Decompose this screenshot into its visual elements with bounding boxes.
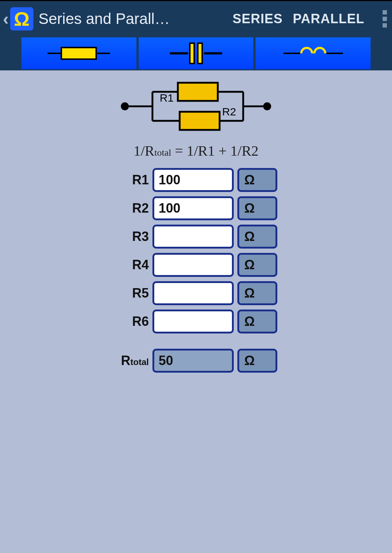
omega-icon: Ω [14,9,29,29]
svg-text:R2: R2 [222,106,236,118]
capacitor-icon [170,42,222,64]
label-rtotal: Rtotal [115,353,149,368]
unit-r5[interactable]: Ω [237,281,277,305]
input-row-r4: R4 Ω [115,253,277,277]
input-r4[interactable] [152,253,234,277]
unit-rtotal[interactable]: Ω [237,349,277,373]
parallel-circuit-diagram: R1 R2 [120,79,272,134]
label-r1: R1 [115,172,149,188]
page-title: Series and Parallel co… [38,10,173,28]
input-row-r3: R3 Ω [115,225,277,249]
result-rtotal: 50 [152,349,234,373]
unit-r1[interactable]: Ω [237,168,277,192]
back-icon[interactable]: ‹ [3,9,10,29]
input-r2[interactable]: 100 [152,196,234,220]
label-r3: R3 [115,229,149,244]
input-r5[interactable] [152,281,234,305]
inductor-tab[interactable] [256,37,371,69]
component-type-selector [0,36,392,70]
input-row-r1: R1 100 Ω [115,168,277,192]
unit-r3[interactable]: Ω [237,225,277,249]
unit-r6[interactable]: Ω [237,310,277,333]
tab-series[interactable]: SERIES [233,11,283,26]
input-rows: R1 100 Ω R2 100 Ω R3 Ω R4 Ω R5 Ω R6 Ω [115,168,277,373]
label-r4: R4 [115,257,149,273]
app-icon[interactable]: Ω [10,7,33,30]
input-row-r2: R2 100 Ω [115,196,277,220]
capacitor-tab[interactable] [139,37,254,69]
input-r1[interactable]: 100 [152,168,234,192]
label-r2: R2 [115,201,149,216]
svg-rect-10 [180,112,220,130]
input-r3[interactable] [152,225,234,249]
input-row-r5: R5 Ω [115,281,277,305]
formula-text: 1/Rtotal = 1/R1 + 1/R2 [134,142,259,159]
svg-rect-7 [178,83,218,101]
input-r6[interactable] [152,310,234,333]
resistor-tab[interactable] [21,37,136,69]
unit-r4[interactable]: Ω [237,253,277,277]
svg-text:R1: R1 [160,92,173,104]
overflow-menu-icon[interactable] [380,10,389,28]
app-bar: ‹ Ω Series and Parallel co… SERIES PARAL… [0,0,392,36]
inductor-icon [283,53,343,54]
result-row: Rtotal 50 Ω [115,349,277,373]
resistor-icon [48,47,110,60]
tab-parallel[interactable]: PARALLEL [293,11,364,26]
label-r5: R5 [115,286,149,301]
input-row-r6: R6 Ω [115,310,277,333]
label-r6: R6 [115,314,149,329]
unit-r2[interactable]: Ω [237,196,277,220]
